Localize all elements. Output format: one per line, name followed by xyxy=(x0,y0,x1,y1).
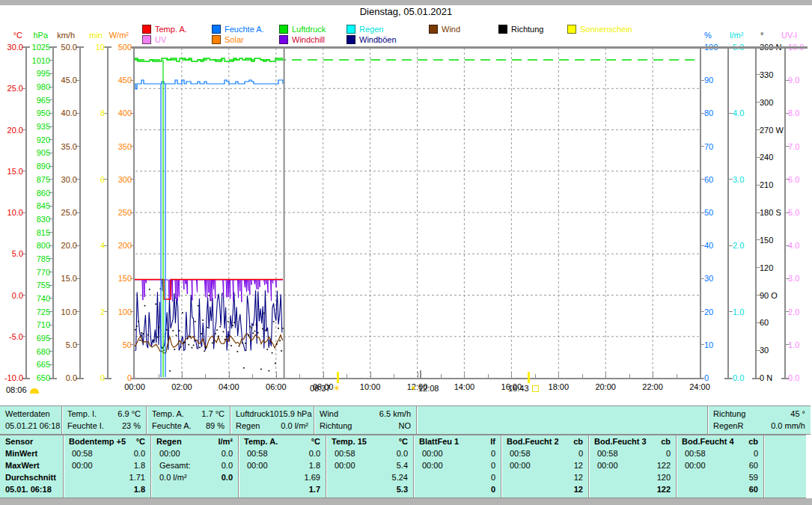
sensor-time: 00:00 xyxy=(507,459,531,471)
sensor-table-filler xyxy=(763,435,806,498)
legend-item-richtung[interactable]: Richtung xyxy=(498,25,543,34)
legend-label: Temp. A. xyxy=(155,25,187,34)
axis-tick-label: 50.0 xyxy=(47,43,77,52)
sensor-row: 00:580.0 xyxy=(326,447,413,459)
chart-canvas xyxy=(135,47,700,378)
axis-tick-label: 8.0 xyxy=(788,108,812,117)
axis-tick-label: 15.0 xyxy=(47,274,77,283)
axis-unit-label: km/h xyxy=(45,31,75,40)
hour-tick xyxy=(229,372,230,378)
sensor-column: BlattFeu 1lf00:00000:00000 xyxy=(413,435,501,498)
axis-tick-label: 90 xyxy=(704,76,737,85)
legend-item-luftdruck[interactable]: Luftdruck xyxy=(279,25,326,34)
sensor-value: 59 xyxy=(749,471,758,483)
sensor-unit: cb xyxy=(661,435,671,447)
status-label: RegenR xyxy=(713,420,743,432)
axis-tick-label: 400 xyxy=(102,108,132,117)
sensor-time: 00:00 xyxy=(419,459,443,471)
axis-tick-label: 710 xyxy=(20,320,50,329)
sensor-column: Temp. A.°C00:580.000:001.81.691.7 xyxy=(238,435,326,498)
status-value: 0.0 l/m² xyxy=(281,420,308,432)
sensor-time xyxy=(244,483,247,495)
status-value: 1015.9 hPa xyxy=(269,408,311,420)
axis-tick-label: 6.0 xyxy=(788,175,812,184)
status-row: Wetterdaten05.01.21 06:18Temp. I.6.9 °CF… xyxy=(0,405,811,435)
axis-unit-label: W/m² xyxy=(99,31,129,40)
row-label-text: MaxWert xyxy=(5,459,40,471)
sensor-value: 0.0 xyxy=(222,471,233,483)
status-label: Luftdruck xyxy=(236,408,269,420)
legend-item-feuchte-a-[interactable]: Feuchte A. xyxy=(212,25,264,34)
axis-tick-label: 70 xyxy=(704,142,737,151)
sensor-column: Regenl/m²00:000.0Gesamt:0.00.0 l/m²0.0 xyxy=(150,435,238,498)
morning-sun-time: 08:06 xyxy=(6,385,27,395)
sensor-row: 00:00122 xyxy=(589,459,676,471)
status-label: Temp. I. xyxy=(67,408,97,420)
status-value: 6.9 °C xyxy=(117,408,141,420)
hour-tick xyxy=(488,374,489,378)
status-value: 23 % xyxy=(122,420,141,432)
sensor-time xyxy=(507,471,510,483)
sensor-row: 00:001.8 xyxy=(239,459,326,471)
x-axis-label: 14:00 xyxy=(448,382,480,391)
sensor-value: 5.24 xyxy=(392,471,408,483)
axis-tick-label: 725 xyxy=(20,307,50,316)
sensor-unit: °C xyxy=(311,435,320,447)
axis-tick-label: 650 xyxy=(20,373,50,382)
sensor-row: 00:000.0 xyxy=(151,447,238,459)
legend-item-uv[interactable]: UV xyxy=(142,35,166,44)
legend-swatch-icon xyxy=(279,25,288,34)
axis-tick-label: 695 xyxy=(20,334,50,343)
axis-tick-label: 5.0 xyxy=(788,208,812,217)
x-axis-label: 00:00 xyxy=(118,382,151,391)
legend-item-regen[interactable]: Regen xyxy=(347,25,383,34)
sensor-row: Gesamt:0.0 xyxy=(151,459,238,471)
hour-tick xyxy=(629,374,630,378)
legend-label: Luftdruck xyxy=(292,25,326,34)
status-line: Temp. I.6.9 °C xyxy=(62,408,146,420)
legend-swatch-icon xyxy=(212,35,221,44)
legend-item-wind[interactable]: Wind xyxy=(429,25,460,34)
axis-tick-label: 50 xyxy=(704,208,737,217)
sensor-value: 0 xyxy=(666,447,671,459)
legend-label: Richtung xyxy=(511,25,543,34)
sensor-value: 0.0 xyxy=(134,447,145,459)
sensor-time xyxy=(332,483,335,495)
hour-tick xyxy=(441,374,442,378)
axis-tick-label: 300 xyxy=(102,175,132,184)
legend-item-windb-en[interactable]: Windböen xyxy=(347,35,397,44)
hour-tick xyxy=(677,374,677,378)
hour-tick xyxy=(205,374,206,378)
solar-noon-tick xyxy=(420,370,421,379)
sensor-row: 1.69 xyxy=(239,471,326,483)
hour-tick xyxy=(394,374,394,378)
sensor-row: 0 xyxy=(414,471,501,483)
status-label: Wetterdaten xyxy=(5,408,50,420)
status-line: RegenR0.0 mm/h xyxy=(708,420,811,432)
axis-tick-label: 9.0 xyxy=(788,76,812,85)
legend-item-windchill[interactable]: Windchill xyxy=(279,35,325,44)
sensor-row: 00:580 xyxy=(589,447,676,459)
row-label-text: Sensor xyxy=(5,435,33,447)
solar-noon-time: 12:08 xyxy=(418,384,439,394)
row-label-text: 05.01. 06:18 xyxy=(5,483,52,495)
legend-item-temp-a-[interactable]: Temp. A. xyxy=(142,25,187,34)
legend-item-solar[interactable]: Solar xyxy=(212,35,244,44)
hour-tick xyxy=(511,372,512,378)
axis-unit-label: min xyxy=(73,31,103,40)
sensor-unit: l/m² xyxy=(218,435,233,447)
sensor-value: 120 xyxy=(657,471,671,483)
hour-tick xyxy=(182,372,183,378)
axis-tick-label: 785 xyxy=(20,254,50,263)
axis-tick-label: 1025 xyxy=(20,43,50,52)
status-label: Regen xyxy=(236,420,260,432)
sunset-note: 16:43 xyxy=(508,384,539,394)
x-axis-label: 18:00 xyxy=(542,382,575,391)
sensor-value: 12 xyxy=(574,459,583,471)
status-cell: Temp. I.6.9 °CFeuchte I.23 % xyxy=(61,406,146,434)
axis-tick-label: 350 xyxy=(102,142,132,151)
legend-swatch-icon xyxy=(498,25,507,34)
axis-tick-label: 8 xyxy=(75,108,105,117)
legend-item-sonnenschein[interactable]: Sonnenschein xyxy=(567,25,632,34)
sensor-time xyxy=(682,471,685,483)
